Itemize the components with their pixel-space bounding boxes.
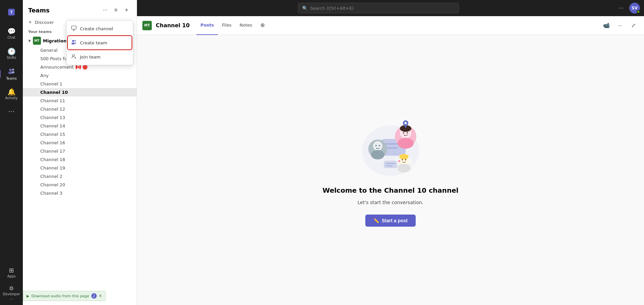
join-team-icon [71,53,77,60]
nav-item-apps[interactable]: ⊞ Apps [2,263,21,282]
apps-icon: ⊞ [9,267,14,273]
channel-any[interactable]: Any [23,71,137,80]
channel-1[interactable]: Channel 1 [23,80,137,88]
svg-point-36 [402,159,403,160]
channel-3-name: Channel 3 [40,191,62,196]
svg-point-40 [405,122,407,124]
search-icon: 🔍 [302,6,308,11]
start-post-label: Start a post [382,218,408,223]
nav-more-button[interactable]: ··· [2,105,21,118]
welcome-section: Welcome to the Channel 10 channel Let's … [323,114,459,227]
channel-11[interactable]: Channel 11 [23,97,137,105]
tab-add[interactable]: ⊕ [256,16,269,35]
chat-icon: 💬 [7,28,16,35]
nav-label-teams: Teams [6,77,17,81]
sidebar-add-button[interactable]: + [122,5,131,15]
teams-logo-nav[interactable]: T [2,3,21,22]
discover-label: Discover [35,20,54,25]
channel-13[interactable]: Channel 13 [23,113,137,122]
svg-point-34 [397,164,411,173]
expand-icon: ⤢ [631,22,636,29]
nav-item-shifts[interactable]: 🕐 Shifts [2,44,21,63]
discover-icon: ✦ [28,20,32,25]
download-close-button[interactable]: ✕ [99,294,102,298]
nav-item-developer[interactable]: ⚙️ Developer ... [2,283,21,302]
edit-icon: ✏️ [373,218,379,223]
channel-14[interactable]: Channel 14 [23,122,137,130]
nav-label-apps: Apps [7,274,16,278]
top-bar: 🔍 Search (Ctrl+Alt+E) ··· SV [137,0,644,16]
svg-point-3 [12,69,14,71]
sidebar-filter-button[interactable]: ≡ [111,5,121,15]
svg-rect-42 [384,161,397,168]
channel-20[interactable]: Channel 20 [23,181,137,189]
dropdown-join-team-label: Join team [80,54,101,60]
nav-item-activity[interactable]: 🔔 Activity [2,85,21,104]
left-nav: T 💬 Chat 🕐 Shifts Teams 🔔 Activity ··· ⊞… [0,0,23,305]
svg-point-30 [403,132,404,134]
sidebar: Teams ··· ≡ + Create channel [23,0,137,305]
svg-point-38 [398,160,400,162]
user-avatar-container[interactable]: SV [629,3,640,13]
channel-tabs: Posts Files Notes ⊕ [196,16,269,35]
channel-17-name: Channel 17 [40,149,65,154]
nav-item-chat[interactable]: 💬 Chat [2,24,21,43]
create-channel-icon [71,25,77,32]
channel-16[interactable]: Channel 16 [23,139,137,147]
start-post-button[interactable]: ✏️ Start a post [365,215,416,227]
svg-point-10 [75,40,76,42]
video-call-button[interactable]: 📹 [601,20,612,31]
svg-point-31 [407,132,408,134]
channel-header-right: 📹 ··· ⤢ [601,20,639,31]
dropdown-join-team[interactable]: Join team [66,50,133,64]
svg-text:T: T [10,10,13,15]
channel-12[interactable]: Channel 12 [23,105,137,113]
channel-general-name: General [40,48,57,53]
sidebar-more-button[interactable]: ··· [100,5,110,15]
welcome-title: Welcome to the Channel 10 channel [323,186,459,194]
channel-18[interactable]: Channel 18 [23,155,137,164]
channel-announcement-flags: 🇨🇦 🔴 [76,65,88,70]
svg-rect-5 [12,71,14,73]
search-bar[interactable]: 🔍 Search (Ctrl+Alt+E) [298,3,459,13]
activity-icon: 🔔 [7,88,16,95]
svg-point-28 [398,138,414,149]
tab-files[interactable]: Files [218,16,236,35]
channel-10[interactable]: Channel 10 [23,88,137,97]
dropdown-create-team[interactable]: Create team [68,36,132,49]
sidebar-actions: ··· ≡ + [100,5,131,15]
tab-notes[interactable]: Notes [236,16,257,35]
nav-item-teams[interactable]: Teams [2,65,21,83]
channel-15[interactable]: Channel 15 [23,130,137,139]
svg-point-35 [399,154,409,159]
channel-18-name: Channel 18 [40,157,65,162]
channels-list: General 500 Posts for testing Announceme… [23,46,137,305]
channel-19[interactable]: Channel 19 [23,164,137,172]
expand-button[interactable]: ⤢ [628,20,639,31]
channel-2-name: Channel 2 [40,174,62,179]
more-options-button[interactable]: ··· [616,3,627,13]
team-avatar: MT [33,37,41,45]
channel-17[interactable]: Channel 17 [23,147,137,155]
main-area: MT Channel 10 Posts Files Notes ⊕ � [137,16,644,305]
dropdown-create-channel[interactable]: Create channel [66,22,133,35]
download-bar: ▶ Download audio from this page 2 ✕ [23,291,106,301]
tab-posts[interactable]: Posts [196,16,218,35]
nav-label-chat: Chat [7,36,15,40]
welcome-subtitle: Let's start the conversation. [358,200,424,205]
channel-2[interactable]: Channel 2 [23,172,137,181]
channel-3[interactable]: Channel 3 [23,189,137,197]
add-tab-icon: ⊕ [260,22,265,28]
channel-header-more-button[interactable]: ··· [614,20,625,31]
search-placeholder: Search (Ctrl+Alt+E) [310,6,354,11]
channel-14-name: Channel 14 [40,123,65,128]
svg-point-2 [9,69,12,71]
download-play-icon: ▶ [27,294,29,298]
channel-16-name: Channel 16 [40,140,65,145]
channel-header-avatar: MT [142,21,152,30]
svg-rect-12 [74,42,76,44]
channel-15-name: Channel 15 [40,132,65,137]
channel-13-name: Channel 13 [40,115,65,120]
online-status-dot [637,10,640,13]
channel-more-icon: ··· [617,23,622,29]
